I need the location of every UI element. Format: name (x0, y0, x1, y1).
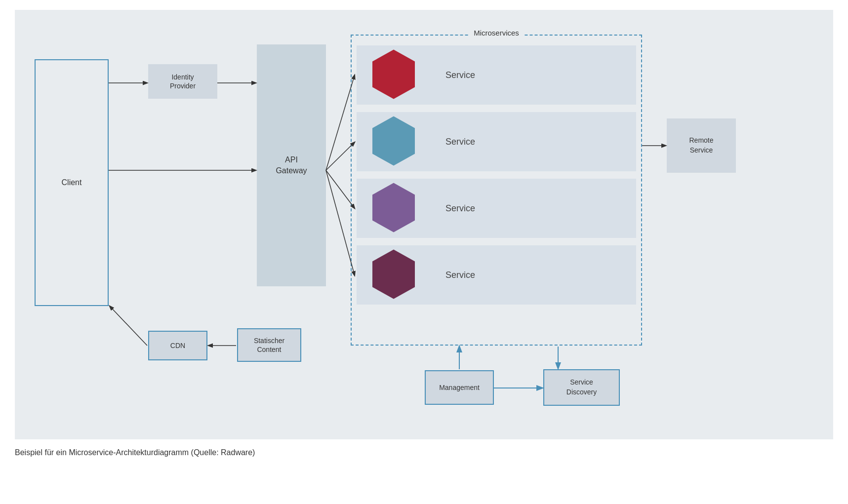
service-label-3: Service (445, 203, 475, 214)
svg-marker-1 (372, 116, 415, 166)
cdn-box: CDN (148, 331, 207, 360)
caption-text: Beispiel für ein Microservice-Architektu… (15, 448, 255, 457)
diagram-area: Client IdentityProvider APIGateway CDN S… (15, 10, 833, 439)
svg-marker-2 (372, 183, 415, 233)
identity-provider-box: IdentityProvider (148, 64, 217, 99)
management-box: Management (425, 370, 494, 405)
arrow-cdn-to-client (110, 306, 147, 346)
microservices-title: Microservices (469, 29, 524, 37)
static-content-label: StatischerContent (254, 336, 284, 354)
microservices-container: Microservices Service Service (351, 35, 642, 346)
svg-marker-0 (372, 50, 415, 99)
service-label-4: Service (445, 270, 475, 280)
static-content-box: StatischerContent (237, 328, 301, 362)
hex-2 (371, 116, 416, 168)
service-row-4: Service (357, 245, 636, 305)
service-discovery-label: ServiceDiscovery (566, 378, 597, 397)
caption: Beispiel für ein Microservice-Architektu… (0, 439, 848, 466)
hex-3 (371, 182, 416, 235)
client-label: Client (62, 178, 82, 187)
hex-1 (371, 49, 416, 102)
svg-marker-3 (372, 250, 415, 299)
remote-service-label: RemoteService (689, 136, 713, 155)
hex-4 (371, 249, 416, 302)
identity-label: IdentityProvider (170, 73, 196, 90)
service-label-1: Service (445, 70, 475, 80)
service-discovery-box: ServiceDiscovery (543, 369, 620, 406)
service-label-2: Service (445, 137, 475, 147)
remote-service-box: RemoteService (667, 118, 736, 173)
service-row-3: Service (357, 179, 636, 238)
cdn-label: CDN (170, 342, 185, 349)
service-row-2: Service (357, 112, 636, 171)
client-box: Client (35, 59, 109, 306)
service-row-1: Service (357, 45, 636, 105)
management-label: Management (439, 384, 480, 391)
api-gateway-box: APIGateway (257, 44, 326, 286)
api-gateway-label: APIGateway (276, 155, 307, 177)
